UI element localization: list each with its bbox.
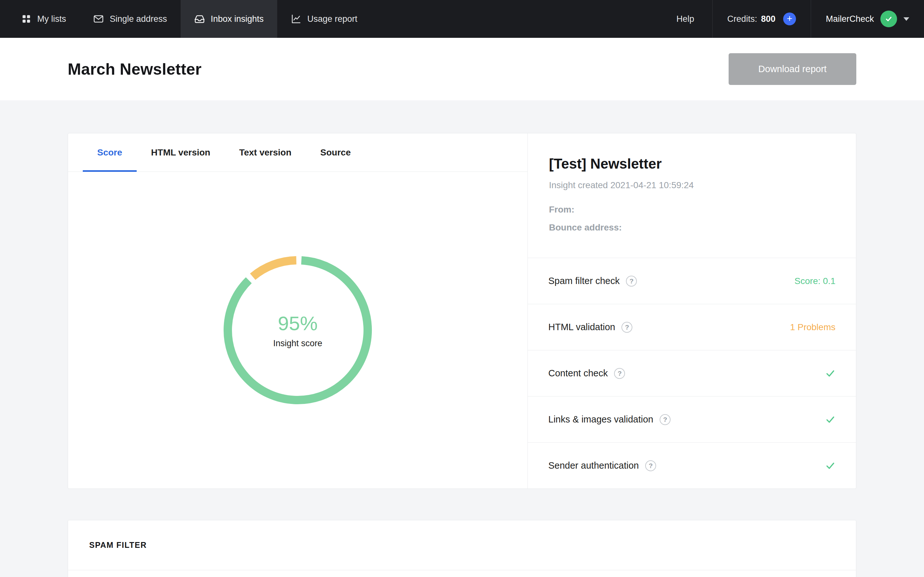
help-question-icon[interactable]: ? bbox=[660, 414, 670, 425]
insight-score-caption: Insight score bbox=[273, 338, 322, 348]
check-pass-icon bbox=[825, 368, 835, 379]
nav-item-usage-report[interactable]: Usage report bbox=[277, 0, 371, 38]
nav-item-single-address[interactable]: Single address bbox=[79, 0, 181, 38]
chart-icon bbox=[291, 13, 302, 24]
score-panel: Score HTML version Text version Source 9… bbox=[68, 133, 528, 488]
credits-section: Credits: 800 + bbox=[712, 0, 811, 38]
navbar-left: My lists Single address Inbox insights bbox=[0, 0, 371, 38]
insight-created-timestamp: Insight created 2021-04-21 10:59:24 bbox=[549, 180, 835, 190]
inbox-icon bbox=[194, 13, 205, 24]
details-panel: [Test] Newsletter Insight created 2021-0… bbox=[528, 133, 856, 488]
check-row-left: Spam filter check ? bbox=[548, 276, 637, 287]
spam-filter-header: SPAM FILTER bbox=[68, 520, 856, 570]
main-content: Score HTML version Text version Source 9… bbox=[0, 100, 924, 577]
add-credits-button[interactable]: + bbox=[783, 13, 796, 25]
check-row-content-check[interactable]: Content check ? bbox=[528, 350, 856, 396]
donut-center: 95% Insight score bbox=[222, 254, 374, 406]
insight-score-value: 95% bbox=[278, 312, 318, 335]
check-pass-icon bbox=[825, 461, 835, 471]
check-label: Sender authentication bbox=[548, 460, 639, 471]
nav-item-my-lists[interactable]: My lists bbox=[8, 0, 79, 38]
check-label: Content check bbox=[548, 368, 607, 379]
check-pass-icon bbox=[825, 414, 835, 425]
account-avatar-check-icon bbox=[880, 11, 897, 27]
insight-card: Score HTML version Text version Source 9… bbox=[68, 133, 856, 489]
check-row-left: HTML validation ? bbox=[548, 322, 632, 333]
check-label: Links & images validation bbox=[548, 414, 653, 425]
help-question-icon[interactable]: ? bbox=[622, 322, 632, 333]
page-header: March Newsletter Download report bbox=[0, 38, 924, 100]
check-row-spam-filter[interactable]: Spam filter check ? Score: 0.1 bbox=[528, 258, 856, 304]
top-navbar: My lists Single address Inbox insights bbox=[0, 0, 924, 38]
tab-score[interactable]: Score bbox=[83, 133, 137, 171]
from-label: From: bbox=[549, 205, 835, 215]
tab-html-version[interactable]: HTML version bbox=[137, 133, 225, 171]
envelope-icon bbox=[93, 13, 104, 24]
help-question-icon[interactable]: ? bbox=[645, 460, 656, 471]
spam-filter-body bbox=[68, 570, 856, 577]
tab-source[interactable]: Source bbox=[306, 133, 365, 171]
nav-label-my-lists: My lists bbox=[37, 14, 66, 24]
grid-icon bbox=[21, 14, 31, 24]
nav-label-usage-report: Usage report bbox=[307, 14, 357, 24]
navbar-right: Help Credits: 800 + MailerCheck bbox=[658, 0, 924, 38]
newsletter-info: [Test] Newsletter Insight created 2021-0… bbox=[528, 133, 856, 258]
check-row-left: Content check ? bbox=[548, 368, 625, 379]
tab-text-version[interactable]: Text version bbox=[225, 133, 306, 171]
credits-label: Credits: bbox=[727, 14, 757, 24]
nav-item-inbox-insights[interactable]: Inbox insights bbox=[181, 0, 277, 38]
help-question-icon[interactable]: ? bbox=[614, 368, 625, 379]
account-menu[interactable]: MailerCheck bbox=[811, 0, 924, 38]
check-row-left: Links & images validation ? bbox=[548, 414, 670, 425]
check-result-problems: 1 Problems bbox=[790, 322, 835, 332]
check-result-score: Score: 0.1 bbox=[795, 276, 835, 286]
help-link[interactable]: Help bbox=[658, 0, 712, 38]
nav-label-single-address: Single address bbox=[110, 14, 167, 24]
page-title: March Newsletter bbox=[68, 60, 202, 79]
check-label: Spam filter check bbox=[548, 276, 620, 286]
chart-area: 95% Insight score bbox=[68, 172, 527, 488]
help-question-icon[interactable]: ? bbox=[626, 276, 637, 287]
spam-filter-title: SPAM FILTER bbox=[89, 540, 147, 550]
insight-score-chart: 95% Insight score bbox=[222, 254, 374, 406]
credits-value: 800 bbox=[761, 14, 775, 24]
nav-label-inbox-insights: Inbox insights bbox=[211, 14, 264, 24]
check-row-html-validation[interactable]: HTML validation ? 1 Problems bbox=[528, 304, 856, 350]
check-list: Spam filter check ? Score: 0.1 HTML vali… bbox=[528, 258, 856, 488]
spam-filter-card: SPAM FILTER bbox=[68, 520, 856, 577]
bounce-address-label: Bounce address: bbox=[549, 222, 835, 233]
account-name: MailerCheck bbox=[826, 14, 874, 24]
check-row-left: Sender authentication ? bbox=[548, 460, 656, 471]
chevron-down-icon bbox=[903, 17, 909, 21]
tab-bar: Score HTML version Text version Source bbox=[68, 133, 527, 172]
download-report-button[interactable]: Download report bbox=[729, 53, 856, 85]
newsletter-title: [Test] Newsletter bbox=[549, 156, 835, 172]
check-row-sender-authentication[interactable]: Sender authentication ? bbox=[528, 442, 856, 488]
check-row-links-images[interactable]: Links & images validation ? bbox=[528, 396, 856, 442]
check-label: HTML validation bbox=[548, 322, 615, 332]
